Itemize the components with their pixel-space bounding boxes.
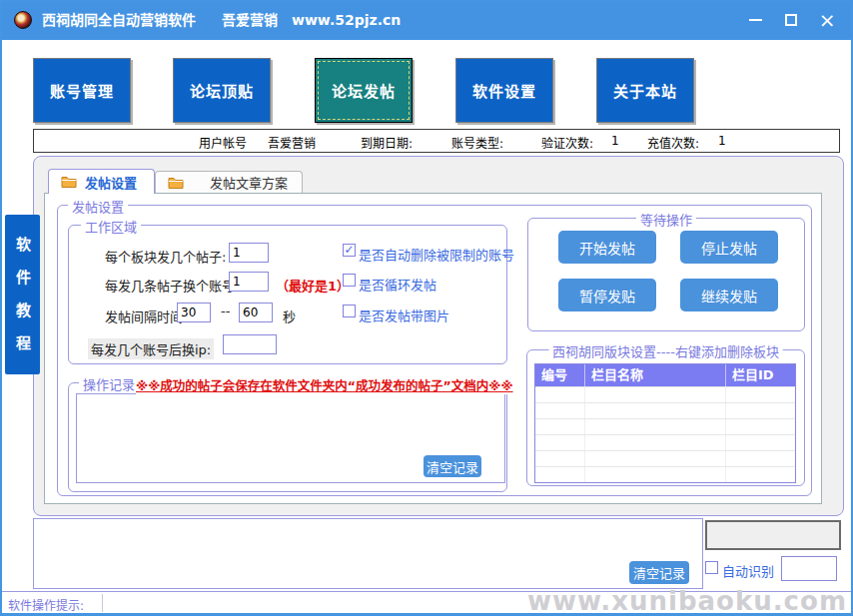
account-info-bar: 用户帐号 吾爱营销 到期日期: 账号类型: 验证次数: 1 充值次数: 1 [33, 129, 840, 153]
window-title: 西祠胡同全自动营销软件 [42, 0, 196, 40]
table-row[interactable] [535, 466, 795, 482]
watermark-text: www.xunibaoku.com [527, 586, 847, 616]
interval-unit-label: 秒 [283, 307, 296, 325]
nav-account-management-button[interactable]: 账号管理 [33, 58, 131, 123]
table-row[interactable] [535, 434, 795, 450]
interval-min-input[interactable] [177, 303, 211, 322]
loop-posting-checkbox[interactable] [343, 274, 356, 287]
column-header-board-name[interactable]: 栏目名称 [585, 364, 726, 386]
auto-delete-restricted-label[interactable]: 是否自动删除被限制的账号 [359, 245, 514, 264]
column-header-board-id[interactable]: 栏目ID [726, 364, 795, 386]
account-type-label: 账号类型: [451, 134, 503, 151]
app-logo-icon [14, 11, 32, 29]
auto-detect-checkbox[interactable] [705, 561, 718, 574]
posts-per-account-label: 每发几条帖子换个账号 [105, 276, 235, 295]
maximize-button[interactable] [783, 12, 799, 28]
post-with-image-label[interactable]: 是否发帖带图片 [359, 306, 449, 324]
loop-posting-label[interactable]: 是否循环发帖 [359, 275, 436, 294]
window-title-brand: 吾爱营销 [222, 0, 278, 40]
pause-posting-button[interactable]: 暂停发贴 [558, 279, 656, 311]
nav-forum-post-button[interactable]: 论坛发帖 [315, 58, 413, 123]
tab-article-plan-label: 发帖文章方案 [210, 173, 288, 192]
ip-change-input[interactable] [223, 334, 277, 354]
nav-about-site-button[interactable]: 关于本站 [596, 58, 694, 123]
interval-max-input[interactable] [239, 303, 273, 322]
start-posting-button[interactable]: 开始发帖 [558, 231, 656, 264]
waiting-operation-group-label: 等待操作 [636, 210, 696, 229]
saved-posts-note: ※※成功的帖子会保存在软件文件夹内“成功发布的帖子”文档内※※ [136, 375, 513, 394]
minimize-button[interactable] [747, 12, 763, 28]
operation-record-group-label: 操作记录 [79, 374, 139, 393]
posts-per-board-input[interactable] [229, 243, 269, 263]
continue-posting-button[interactable]: 继续发贴 [680, 279, 778, 311]
close-button[interactable]: × [819, 12, 835, 28]
table-row[interactable] [535, 418, 795, 434]
auto-delete-restricted-checkbox[interactable]: ✓ [343, 244, 356, 257]
work-area-group-label: 工作区域 [81, 217, 141, 236]
window-controls: × [747, 0, 835, 40]
board-settings-group-label: 西祠胡同版块设置----右键添加删除板块 [548, 341, 783, 360]
nav-forum-bump-button[interactable]: 论坛顶贴 [173, 58, 271, 123]
recharge-count-label: 充值次数: [647, 134, 699, 151]
titlebar: 西祠胡同全自动营销软件 吾爱营销 www.52pjz.cn × [0, 0, 853, 40]
tab-post-settings[interactable]: 发帖设置 [48, 169, 155, 194]
maximize-icon [785, 14, 797, 26]
verify-count-value: 1 [611, 134, 619, 148]
expire-date-label: 到期日期: [361, 134, 413, 151]
board-table-header: 编号 栏目名称 栏目ID [535, 364, 795, 386]
stop-posting-button[interactable]: 停止发帖 [680, 231, 778, 264]
user-account-label: 用户帐号 [199, 134, 247, 151]
minimize-icon [749, 19, 762, 21]
auto-detect-label[interactable]: 自动识别 [722, 561, 774, 580]
clear-record-button[interactable]: 清空记录 [424, 455, 481, 477]
interval-separator: -- [221, 304, 230, 318]
post-settings-group-label: 发帖设置 [68, 197, 128, 216]
folder-icon [168, 177, 184, 189]
board-table: 编号 栏目名称 栏目ID [534, 363, 796, 483]
posts-per-account-input[interactable] [229, 272, 269, 292]
tab-article-plan[interactable]: 发帖文章方案 [155, 171, 303, 193]
bottom-log-textarea[interactable] [33, 518, 703, 589]
status-divider [102, 594, 103, 612]
tab-post-settings-label: 发帖设置 [85, 173, 137, 192]
nav-software-settings-button[interactable]: 软件设置 [455, 58, 553, 123]
verify-count-label: 验证次数: [541, 134, 593, 151]
folder-icon [61, 176, 77, 188]
interval-label: 发帖间隔时间: [105, 307, 187, 325]
recharge-count-value: 1 [718, 134, 726, 148]
user-account-value: 吾爱营销 [268, 134, 316, 151]
ip-change-label: 每发几个账号后换ip: [88, 338, 214, 359]
software-tutorial-button[interactable]: 软件教程 [5, 215, 40, 374]
status-tip-label: 软件操作提示: [8, 596, 84, 613]
captcha-image-box [705, 520, 841, 550]
table-row[interactable] [535, 450, 795, 466]
captcha-code-input[interactable] [781, 556, 837, 581]
clear-log-button[interactable]: 清空记录 [629, 561, 689, 584]
best-is-one-note: （最好是1） [276, 276, 350, 295]
column-header-number[interactable]: 编号 [535, 364, 585, 386]
table-row[interactable] [535, 386, 795, 402]
table-row[interactable] [535, 402, 795, 418]
posts-per-board-label: 每个板块发几个帖子: [105, 247, 226, 266]
post-with-image-checkbox[interactable] [343, 305, 356, 317]
window-title-url: www.52pjz.cn [292, 0, 401, 40]
app-window: 西祠胡同全自动营销软件 吾爱营销 www.52pjz.cn × 账号管理 论坛顶… [0, 0, 853, 616]
